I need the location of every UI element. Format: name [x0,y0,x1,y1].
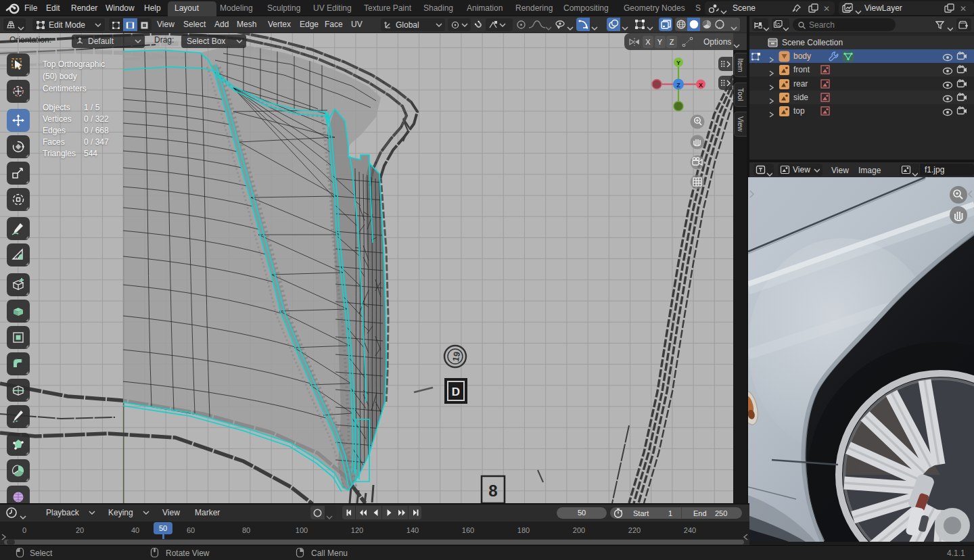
svg-text:D: D [452,386,460,398]
svg-text:Z: Z [676,82,680,89]
svg-text:19: 19 [450,351,462,363]
svg-text:8: 8 [488,482,497,500]
svg-text:Y: Y [676,60,680,66]
svg-text:X: X [699,82,703,89]
